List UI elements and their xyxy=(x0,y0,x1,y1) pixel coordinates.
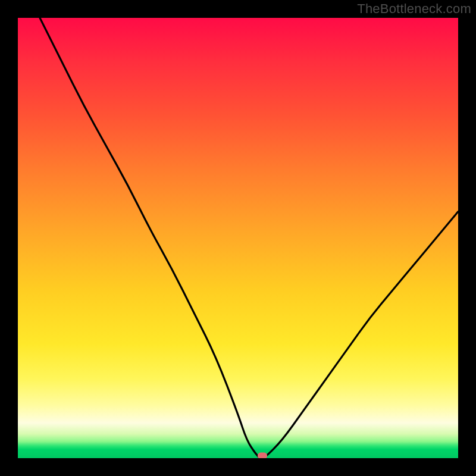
minimum-marker xyxy=(258,453,267,459)
plot-area xyxy=(18,18,458,458)
watermark-text: TheBottleneck.com xyxy=(357,1,471,17)
chart-frame: TheBottleneck.com xyxy=(0,0,476,476)
bottleneck-curve xyxy=(18,18,458,458)
curve-path xyxy=(40,18,458,458)
